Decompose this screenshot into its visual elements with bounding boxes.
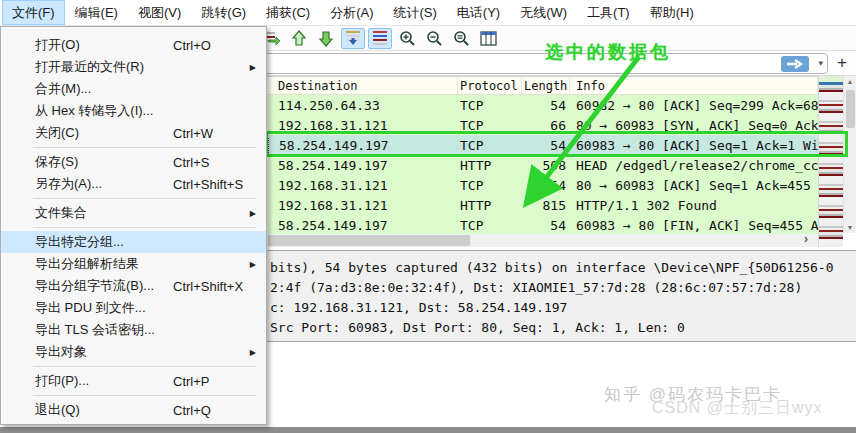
cell-dest: 58.254.149.197 (268, 218, 458, 233)
cell-proto: HTTP (458, 158, 522, 173)
detail-line-3: c: 192.168.31.121, Dst: 58.254.149.197 (270, 298, 856, 318)
column-header-info[interactable]: Info (570, 77, 818, 94)
submenu-arrow-icon: ▶ (250, 260, 256, 269)
auto-scroll-icon[interactable] (341, 28, 365, 49)
packet-row-3[interactable]: 58.254.149.197TCP5460983 → 80 [ACK] Seq=… (268, 135, 818, 155)
scroll-down-icon[interactable]: ▼ (844, 224, 856, 231)
cell-dest: 58.254.149.197 (268, 138, 458, 153)
scroll-up-icon[interactable]: ▲ (844, 78, 856, 85)
cell-info: 60983 → 80 [ACK] Seq=1 Ack=1 Wi (570, 138, 818, 153)
scroll-right-icon[interactable]: › (804, 232, 808, 246)
column-header-protocol[interactable]: Protocol (458, 77, 522, 94)
cell-proto: TCP (458, 118, 522, 133)
detail-line-2: 2:4f (7a:d3:8e:0e:32:4f), Dst: XIAOMIE1_… (270, 278, 856, 298)
packet-row-2[interactable]: 192.168.31.121TCP6680 → 60983 [SYN, ACK]… (268, 115, 818, 135)
menu-item-1[interactable]: 打开(O)Ctrl+O (1, 34, 266, 56)
menu-item-label: 导出分组字节流(B)... (35, 277, 154, 295)
menu-item-4[interactable]: 从 Hex 转储导入(I)... (1, 100, 266, 122)
apply-filter-button[interactable] (781, 56, 809, 72)
zoom-out-icon[interactable] (422, 28, 446, 49)
resize-columns-icon[interactable] (476, 28, 500, 49)
menubar-item-8[interactable]: 电话(Y) (447, 0, 510, 25)
horizontal-scrollbar[interactable]: › (268, 234, 818, 247)
cell-dest: 114.250.64.33 (268, 98, 458, 113)
zoom-in-icon[interactable] (395, 28, 419, 49)
detail-line-1: bits), 54 bytes captured (432 bits) on i… (270, 258, 856, 278)
menubar-item-10[interactable]: 工具(T) (577, 0, 640, 25)
add-filter-button[interactable]: + (832, 52, 852, 74)
menu-item-19[interactable]: 打印(P)...Ctrl+P (1, 370, 266, 392)
submenu-arrow-icon: ▶ (250, 209, 256, 218)
colorize-packets-icon[interactable] (368, 28, 392, 49)
packet-row-6[interactable]: 192.168.31.121HTTP815HTTP/1.1 302 Found (268, 195, 818, 215)
menu-item-12[interactable]: 导出特定分组... (1, 231, 266, 253)
menubar-item-2[interactable]: 编辑(E) (65, 0, 128, 25)
zoom-normal-icon[interactable] (449, 28, 473, 49)
menu-item-2[interactable]: 打开最近的文件(R)▶ (1, 56, 266, 78)
watermark-csdn: CSDN @士别三日wyx (652, 398, 823, 419)
menubar-item-6[interactable]: 分析(A) (320, 0, 383, 25)
cell-len: 54 (522, 98, 570, 113)
cell-info: 80 → 60983 [SYN, ACK] Seq=0 Ack (570, 118, 818, 133)
menu-item-15[interactable]: 导出 PDU 到文件... (1, 297, 266, 319)
packet-row-7[interactable]: 58.254.149.197TCP5460983 → 80 [FIN, ACK]… (268, 215, 818, 235)
cell-len: 54 (522, 138, 570, 153)
cell-len: 54 (522, 218, 570, 233)
packet-row-1[interactable]: 114.250.64.33TCP5460982 → 80 [ACK] Seq=2… (268, 95, 818, 115)
menu-item-10[interactable]: 文件集合▶ (1, 202, 266, 224)
intelligent-scrollbar-minimap[interactable] (818, 76, 843, 247)
menu-item-shortcut: Ctrl+W (173, 126, 213, 141)
menu-item-shortcut: Ctrl+S (173, 155, 209, 170)
menubar-item-5[interactable]: 捕获(C) (256, 0, 320, 25)
menu-item-label: 导出特定分组... (35, 233, 124, 251)
menu-item-7[interactable]: 保存(S)Ctrl+S (1, 151, 266, 173)
menu-item-label: 保存(S) (35, 153, 78, 171)
menu-separator (33, 366, 256, 367)
menu-item-label: 导出对象 (35, 343, 87, 361)
packet-list-header: Destination Protocol Length Info (268, 77, 818, 95)
menu-item-21[interactable]: 退出(Q)Ctrl+Q (1, 399, 266, 421)
menubar-item-3[interactable]: 视图(V) (128, 0, 191, 25)
menu-item-8[interactable]: 另存为(A)...Ctrl+Shift+S (1, 173, 266, 195)
menu-item-13[interactable]: 导出分组解析结果▶ (1, 253, 266, 275)
menu-item-shortcut: Ctrl+Shift+X (173, 279, 243, 294)
wireshark-window: 文件(F)编辑(E)视图(V)跳转(G)捕获(C)分析(A)统计(S)电话(Y)… (0, 0, 856, 433)
next-packet-icon[interactable] (314, 28, 338, 49)
cell-info: 60982 → 80 [ACK] Seq=299 Ack=68 (570, 98, 818, 113)
menubar-item-11[interactable]: 帮助(H) (640, 0, 704, 25)
menubar-item-7[interactable]: 统计(S) (383, 0, 446, 25)
vertical-scrollbar[interactable]: ▲ ▼ (843, 76, 856, 233)
menu-item-label: 导出 PDU 到文件... (35, 299, 146, 317)
packet-row-4[interactable]: 58.254.149.197HTTP508HEAD /edgedl/releas… (268, 155, 818, 175)
column-header-destination[interactable]: Destination (268, 77, 458, 94)
filter-dropdown-caret-icon[interactable]: ▾ (818, 58, 823, 68)
previous-packet-icon[interactable] (287, 28, 311, 49)
horizontal-scrollbar-thumb[interactable] (268, 235, 470, 246)
submenu-arrow-icon: ▶ (250, 63, 256, 72)
packet-row-5[interactable]: 192.168.31.121TCP5480 → 60983 [ACK] Seq=… (268, 175, 818, 195)
menu-item-17[interactable]: 导出对象▶ (1, 341, 266, 363)
menu-item-3[interactable]: 合并(M)... (1, 78, 266, 100)
menubar-item-9[interactable]: 无线(W) (510, 0, 577, 25)
cell-dest: 192.168.31.121 (268, 178, 458, 193)
vertical-scrollbar-thumb[interactable] (846, 90, 855, 128)
menu-item-label: 导出 TLS 会话密钥... (35, 321, 155, 339)
cell-dest: 192.168.31.121 (268, 198, 458, 213)
packet-rows: 114.250.64.33TCP5460982 → 80 [ACK] Seq=2… (268, 95, 818, 235)
detail-line-4: Src Port: 60983, Dst Port: 80, Seq: 1, A… (270, 318, 856, 338)
cell-dest: 58.254.149.197 (268, 158, 458, 173)
menu-item-shortcut: Ctrl+O (173, 38, 211, 53)
file-menu-dropdown: 打开(O)Ctrl+O打开最近的文件(R)▶合并(M)...从 Hex 转储导入… (0, 26, 267, 425)
menu-separator (33, 198, 256, 199)
cell-info: 80 → 60983 [ACK] Seq=1 Ack=455 (570, 178, 818, 193)
menubar-item-1[interactable]: 文件(F) (2, 0, 65, 25)
menu-item-5[interactable]: 关闭(C)Ctrl+W (1, 122, 266, 144)
menu-item-14[interactable]: 导出分组字节流(B)...Ctrl+Shift+X (1, 275, 266, 297)
column-header-length[interactable]: Length (522, 77, 570, 94)
menu-separator (33, 395, 256, 396)
menu-item-16[interactable]: 导出 TLS 会话密钥... (1, 319, 266, 341)
menubar-item-4[interactable]: 跳转(G) (191, 0, 256, 25)
annotation-label: 选中的数据包 (545, 40, 671, 64)
menu-item-label: 另存为(A)... (35, 175, 102, 193)
cell-proto: TCP (458, 178, 522, 193)
